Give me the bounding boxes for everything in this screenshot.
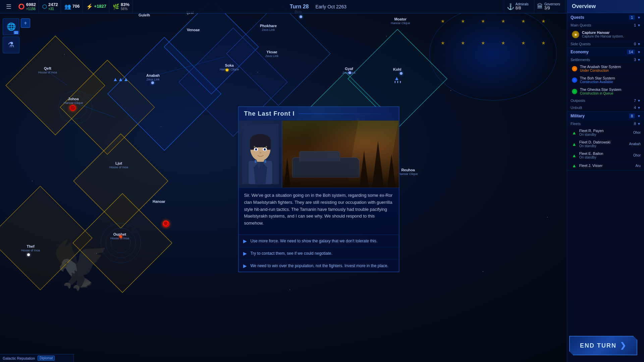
fleet-bailon-location: Ohor [633, 154, 641, 157]
resource-population: 👥 706 [62, 0, 83, 13]
menu-button[interactable]: ☰ [3, 1, 15, 13]
unbuilt-row: Unbuilt 4 ▼ [567, 104, 644, 111]
right-panel: Overview Quests 1 ▼ Main Quests 1 ▼ ★ Ca… [567, 0, 644, 362]
outposts-label: Outposts [571, 99, 585, 103]
galactic-rep-bar: Galactic Reputation Diplomat [0, 354, 74, 362]
fleet-payen-name: Fleet R. Payen [579, 129, 631, 133]
admirals-group: ⚓ Admirals 8/8 [504, 0, 531, 13]
choice-3-text: We need to win over the population, not … [250, 263, 388, 268]
faction-eagle-emblem: 🦅 [47, 235, 114, 295]
end-turn-label: END TURN [580, 342, 616, 349]
fleet-bailon[interactable]: ▲ Fleet E. Bailon On standby Ohor [567, 150, 644, 161]
territory-hex-blue-2 [164, 0, 259, 94]
territory-hex-blue-1 [107, 37, 221, 150]
svg-rect-10 [267, 142, 271, 150]
settlements-arrow: ▼ [637, 58, 641, 62]
left-side-buttons: 🌐 11 + ⚗ [3, 18, 30, 53]
choice-3[interactable]: ▶ We need to win over the population, no… [238, 259, 399, 272]
tech-icon: ⚗ [8, 41, 14, 49]
territory-hex-3 [73, 134, 168, 229]
choice-2[interactable]: ▶ Try to contact them, see if we could n… [238, 247, 399, 259]
quests-section-header[interactable]: Quests 1 ▼ [567, 13, 644, 22]
sys-hanoar: Hanoar [153, 199, 165, 204]
approval-main: 83% [121, 2, 129, 7]
unbuilt-arrow: ▼ [637, 106, 641, 110]
settlement-boh[interactable]: The Boh Star System Construction Availab… [567, 74, 644, 86]
faction-icon: 🌐 [7, 22, 16, 31]
military-count: 8 [629, 114, 635, 118]
sys-johoa: Johoa Hanoar Clique [64, 97, 83, 105]
top-bar-left: ☰ ⭕ 6982 +1156 ⬡ 2472 +31 👥 706 [0, 0, 132, 13]
main-quests-label: Main Quests [571, 23, 591, 27]
governors-count: 3/9 [544, 6, 560, 10]
character-svg [242, 124, 279, 184]
fleet-visser[interactable]: ▲ Fleet J. Visser Aru [567, 161, 644, 170]
tech-button[interactable]: ⚗ [3, 37, 19, 53]
fleet-visser-name: Fleet J. Visser [579, 164, 633, 168]
settlement-status-anabah: Under Construction [580, 69, 641, 72]
svg-point-15 [255, 149, 256, 150]
main-quests-count: 1 [634, 23, 636, 27]
sys-yksae: Yksae Zeus Link [265, 50, 278, 58]
add-button[interactable]: + [21, 18, 30, 28]
military-section: Military 8 ▼ Fleets 8 ▼ ▲ Fleet R. Payen… [567, 112, 644, 171]
settlement-dot-boh [572, 77, 577, 83]
outposts-row: Outposts 7 ▼ [567, 97, 644, 104]
settlements-label: Settlements [571, 58, 590, 62]
economy-section-header[interactable]: Economy 14 ▼ [567, 48, 644, 56]
fleet-dabrowski[interactable]: ▲ Fleet D. Dabrowski On standby Anabah [567, 138, 644, 150]
quests-label: Quests [571, 15, 584, 20]
fleet-payen-location: Ohor [633, 131, 641, 134]
faction-button[interactable]: 🌐 11 [3, 18, 19, 35]
fleet-payen[interactable]: ▲ Fleet R. Payen On standby Ohor [567, 127, 644, 138]
dialog-choices: ▶ Use more force. We need to show the ga… [238, 235, 399, 272]
sys-reuhoa: Reuhoa Hanoar Clique [398, 168, 418, 176]
fleets-sub: Fleets 8 ▼ [567, 120, 644, 127]
governors-icon: 🏛 [537, 3, 543, 10]
quest-capture-hanoar[interactable]: ★ Capture Hanoar Capture the Hanoar syst… [567, 28, 644, 41]
sys-kohl: Kohl [393, 67, 401, 72]
settlement-gheoka[interactable]: The Gheoka Star System Construction in Q… [567, 86, 644, 97]
side-quests-arrow: ▼ [637, 42, 641, 46]
settlement-anabah[interactable]: The Anabah Star System Under Constructio… [567, 63, 644, 74]
svg-rect-9 [250, 142, 254, 150]
fleet-dabrowski-status: On standby [579, 144, 627, 148]
svg-rect-18 [255, 160, 256, 163]
scene-ground [282, 174, 399, 188]
unbuilt-count: 4 [634, 106, 636, 110]
dot-soka [226, 69, 228, 71]
resource-approval: 🌿 83% 56% [110, 0, 132, 13]
choice-1[interactable]: ▶ Use more force. We need to show the ga… [238, 235, 399, 247]
military-section-header[interactable]: Military 8 ▼ [567, 112, 644, 120]
character-portrait [238, 121, 282, 188]
admirals-count: 8/8 [516, 6, 529, 10]
industry-icon: ⬡ [42, 3, 47, 10]
dot-kohl [400, 72, 402, 75]
end-turn-button[interactable]: END TURN ❯ [569, 336, 637, 355]
sys-soka: Soka Hanoar Clique [220, 63, 239, 72]
dot-gyaf [348, 71, 351, 74]
industry-delta: +31 [48, 7, 58, 11]
side-quests-label: Side Quests [571, 42, 591, 46]
combat-marker-2 [70, 105, 76, 111]
military-label: Military [571, 114, 585, 118]
fleet-visser-location: Aru [635, 164, 641, 168]
end-turn-arrow: ❯ [620, 341, 627, 350]
approval-icon: 🌿 [113, 3, 119, 10]
population-icon: 👥 [64, 3, 71, 10]
economy-label: Economy [571, 50, 589, 54]
date-label: Early Oct 2263 [315, 4, 346, 9]
settlements-count: 3 [634, 58, 636, 62]
unbuilt-label: Unbuilt [571, 106, 582, 110]
main-quests-arrow: ▼ [637, 23, 641, 27]
resource-industry: ⬡ 2472 +31 [40, 0, 61, 13]
dialog-body: Sir. We've got a situation going on in t… [238, 188, 399, 235]
sys-gulelh: Gulelh [139, 13, 150, 17]
quests-chevron: ▼ [637, 16, 641, 19]
dialog-images [238, 121, 399, 188]
fleets-label: Fleets [571, 122, 581, 126]
settlements-sub: Settlements 3 ▼ [567, 56, 644, 63]
choice-3-arrow: ▶ [243, 263, 247, 268]
resource-energy: ⚡ +1827 [84, 0, 110, 13]
eu-stars: ★ ★ ★ ★ ★ ★ ★ ★ ★ ★ ★ ★ [433, 10, 553, 97]
